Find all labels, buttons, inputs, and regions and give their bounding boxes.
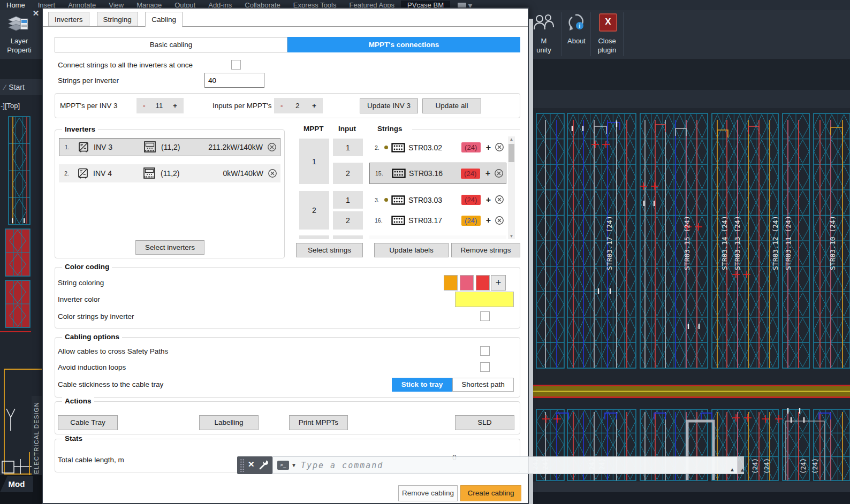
- stick-to-tray-option[interactable]: Stick to tray: [392, 378, 452, 392]
- remove-string-icon[interactable]: [495, 216, 504, 227]
- create-cabling-button[interactable]: Create cabling: [460, 485, 521, 501]
- remove-string-icon[interactable]: [495, 195, 504, 206]
- shortest-path-option[interactable]: Shortest path: [452, 378, 514, 392]
- color-by-inverter-checkbox[interactable]: [480, 311, 490, 321]
- sld-button[interactable]: SLD: [455, 415, 514, 430]
- input-cell[interactable]: 2: [333, 163, 363, 184]
- mppt-count-stepper[interactable]: - 11 +: [136, 98, 184, 113]
- dialog-close-button[interactable]: ✕: [29, 7, 42, 20]
- input-cell-partial[interactable]: [333, 235, 363, 239]
- remove-cabling-button[interactable]: Remove cabling: [398, 485, 458, 501]
- viewport-controls[interactable]: -][Top]: [1, 102, 20, 110]
- string-row[interactable]: 3.STR03.03(24)+: [369, 191, 506, 209]
- string-color-swatch[interactable]: [444, 275, 458, 291]
- tab-inverters[interactable]: Inverters: [48, 12, 89, 26]
- select-inverters-button[interactable]: Select inverters: [135, 240, 204, 255]
- cross-safety-paths-checkbox[interactable]: [480, 346, 490, 356]
- add-string-icon[interactable]: +: [486, 195, 491, 205]
- command-close-icon[interactable]: ✕: [248, 460, 255, 469]
- scroll-up-icon[interactable]: ▲: [508, 137, 515, 142]
- string-label: STR03.17: [408, 216, 461, 225]
- tab-stringing[interactable]: Stringing: [97, 12, 138, 26]
- svg-text:(24): (24): [751, 458, 759, 474]
- string-row[interactable]: 15.STR03.16(24)+: [369, 163, 506, 184]
- remove-icon[interactable]: [494, 169, 504, 178]
- ribbon-display-icon[interactable]: [458, 3, 466, 7]
- add-string-icon[interactable]: +: [486, 216, 491, 225]
- avoid-induction-loops-checkbox[interactable]: [480, 362, 490, 372]
- side-tab-electrical-design[interactable]: ELECTRICAL DESIGN: [32, 396, 42, 480]
- strings-scrollbar[interactable]: ▲ ▼: [508, 136, 515, 239]
- add-string-icon[interactable]: +: [485, 169, 490, 178]
- about-button[interactable]: i About: [563, 10, 590, 59]
- chevron-down-icon[interactable]: ▼: [291, 462, 297, 468]
- remove-icon[interactable]: [495, 142, 504, 152]
- print-mppts-button[interactable]: Print MPPTs: [289, 415, 348, 430]
- ribbon-tab-home[interactable]: Home: [0, 1, 32, 10]
- customize-wrench-icon[interactable]: [259, 460, 269, 470]
- string-dot-icon: [385, 172, 389, 175]
- string-row[interactable]: 2.STR03.02(24)+: [369, 139, 506, 156]
- model-tab[interactable]: Mod: [0, 476, 33, 492]
- string-row-number: 2.: [375, 144, 384, 151]
- command-input[interactable]: >_ ▼ Type a command ▲: [272, 456, 738, 474]
- string-row[interactable]: 16.STR03.17(24)+: [369, 211, 506, 230]
- scrollbar-thumb[interactable]: [509, 144, 514, 162]
- add-color-button[interactable]: +: [491, 275, 506, 291]
- tab-mppt-connections[interactable]: MPPT's connections: [287, 37, 520, 52]
- inverter-color-swatch[interactable]: [455, 292, 514, 307]
- remove-string-icon[interactable]: [494, 169, 504, 180]
- remove-strings-button[interactable]: Remove strings: [451, 243, 520, 257]
- inverter-row[interactable]: 1.INV 3(11,2)211.2kW/140kW: [59, 138, 280, 156]
- string-color-swatch[interactable]: [476, 275, 490, 291]
- update-inv-button[interactable]: Update INV 3: [360, 98, 418, 113]
- command-bar-handle[interactable]: ✕: [237, 456, 272, 474]
- input-cell[interactable]: 1: [333, 191, 363, 209]
- mppt-cell-partial[interactable]: [299, 235, 329, 239]
- connect-all-checkbox[interactable]: [231, 60, 241, 70]
- input-cell[interactable]: 1: [333, 139, 363, 156]
- string-row-number: 16.: [375, 217, 384, 224]
- tab-basic-cabling[interactable]: Basic cabling: [55, 37, 287, 52]
- string-color-swatch[interactable]: [460, 275, 474, 291]
- cable-tray-button[interactable]: Cable Tray: [58, 415, 118, 430]
- update-all-button[interactable]: Update all: [422, 98, 481, 113]
- close-plugin-button[interactable]: X Close plugin: [591, 10, 623, 59]
- minus-icon[interactable]: -: [280, 102, 283, 110]
- input-cell[interactable]: 2: [333, 211, 363, 230]
- drag-grip-icon[interactable]: [240, 459, 245, 472]
- scroll-down-icon[interactable]: ▼: [508, 234, 515, 239]
- minus-icon[interactable]: -: [143, 102, 146, 110]
- inverter-row[interactable]: 2.INV 4(11,2)0kW/140kW: [59, 164, 280, 182]
- inverter-power: 0kW/140kW: [223, 169, 263, 178]
- dialog-scrollbar[interactable]: [529, 19, 533, 504]
- mppt-header: MPPT: [303, 125, 324, 133]
- command-resize-icon[interactable]: ▲: [730, 467, 735, 472]
- select-strings-button[interactable]: Select strings: [296, 243, 363, 257]
- string-label: STR03.02: [408, 143, 461, 152]
- close-plugin-icon: X: [599, 13, 617, 32]
- remove-inverter-button[interactable]: [267, 142, 277, 154]
- plus-icon[interactable]: +: [173, 102, 177, 110]
- plus-icon[interactable]: +: [312, 102, 316, 110]
- remove-icon[interactable]: [495, 195, 504, 204]
- remove-icon[interactable]: [495, 216, 504, 225]
- remove-inverter-button[interactable]: [268, 169, 277, 180]
- file-tab-start[interactable]: ∕Start: [0, 79, 43, 95]
- tab-cabling[interactable]: Cabling: [145, 12, 183, 27]
- mppt-cell[interactable]: 1: [299, 139, 329, 184]
- string-icon: [392, 168, 406, 179]
- mppt-cell[interactable]: 2: [299, 191, 329, 230]
- string-dot-icon: [384, 146, 388, 149]
- add-string-icon[interactable]: +: [486, 143, 491, 152]
- remove-icon[interactable]: [267, 142, 277, 152]
- remove-icon[interactable]: [268, 169, 277, 178]
- strings-per-inverter-input[interactable]: [204, 73, 264, 88]
- svg-text:i: i: [579, 23, 581, 29]
- svg-text:(24): (24): [799, 458, 807, 474]
- people-icon: [532, 13, 556, 35]
- labelling-button[interactable]: Labelling: [199, 415, 259, 430]
- update-labels-button[interactable]: Update labels: [374, 243, 449, 257]
- inputs-count-stepper[interactable]: - 2 +: [274, 98, 323, 113]
- remove-string-icon[interactable]: [495, 142, 504, 154]
